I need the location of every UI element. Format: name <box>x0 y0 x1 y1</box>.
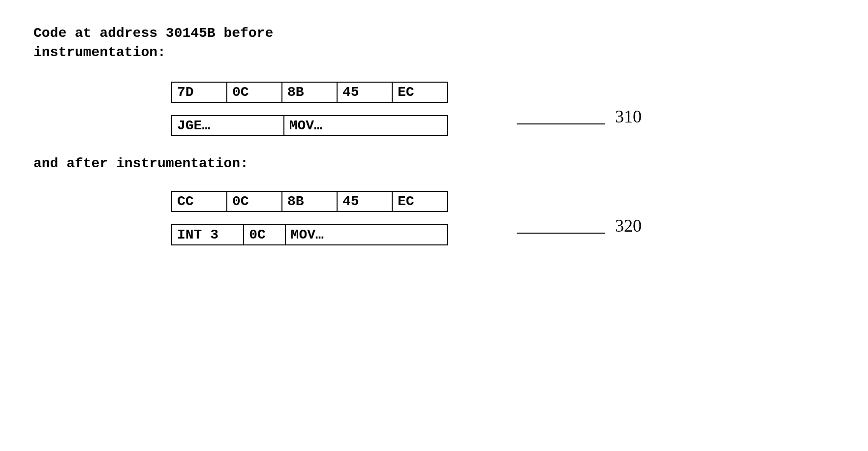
byte-cell: EC <box>392 191 447 211</box>
byte-cell: 8B <box>282 82 337 102</box>
title-after: and after instrumentation: <box>33 156 835 171</box>
before-byte-table: 7D 0C 8B 45 EC <box>171 82 448 103</box>
title-line-1: Code at address 30145B before <box>33 26 273 41</box>
byte-cell: 45 <box>337 191 392 211</box>
ref-before: 310 <box>517 106 642 127</box>
ref-after: 320 <box>517 215 642 236</box>
before-asm-table: JGE… MOV… <box>171 115 448 136</box>
ref-number: 320 <box>605 215 642 236</box>
after-byte-table: CC 0C 8B 45 EC <box>171 191 448 212</box>
ref-line-icon <box>517 123 605 124</box>
after-tables: CC 0C 8B 45 EC INT 3 0C MOV… <box>171 191 448 245</box>
byte-cell: EC <box>392 82 447 102</box>
before-tables: 7D 0C 8B 45 EC JGE… MOV… <box>171 82 448 136</box>
asm-cell: MOV… <box>284 116 447 136</box>
asm-cell: INT 3 <box>172 225 244 245</box>
byte-cell: 0C <box>227 191 282 211</box>
byte-cell: CC <box>172 191 227 211</box>
byte-cell: 7D <box>172 82 227 102</box>
asm-cell: 0C <box>244 225 285 245</box>
byte-cell: 0C <box>227 82 282 102</box>
title-line-2: instrumentation: <box>33 45 166 60</box>
asm-cell: MOV… <box>285 225 447 245</box>
asm-cell: JGE… <box>172 116 284 136</box>
after-section: CC 0C 8B 45 EC INT 3 0C MOV… 320 <box>33 191 835 245</box>
ref-line-icon <box>517 233 605 234</box>
title-before: Code at address 30145B before instrument… <box>33 24 835 62</box>
byte-cell: 45 <box>337 82 392 102</box>
before-section: 7D 0C 8B 45 EC JGE… MOV… 310 <box>33 82 835 136</box>
byte-cell: 8B <box>282 191 337 211</box>
ref-number: 310 <box>605 106 642 127</box>
after-asm-table: INT 3 0C MOV… <box>171 224 448 245</box>
subtitle: and after instrumentation: <box>33 156 248 171</box>
